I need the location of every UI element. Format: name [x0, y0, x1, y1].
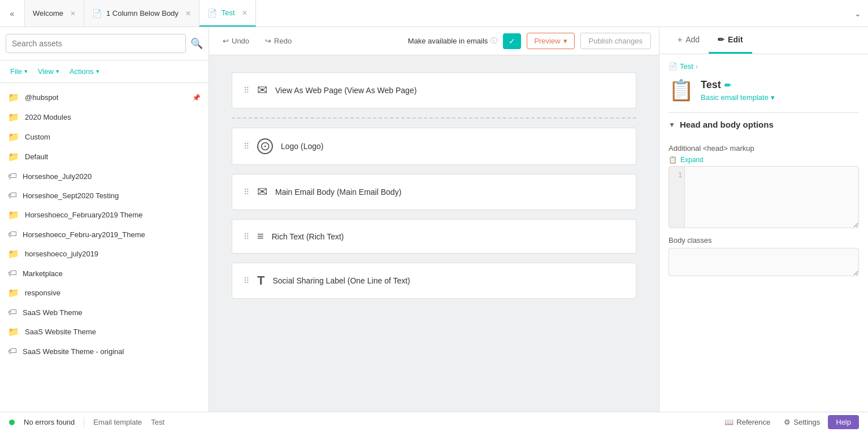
view-label: View — [38, 67, 54, 76]
drag-handle[interactable]: ⠿ — [244, 232, 249, 241]
info-icon: ⓘ — [491, 36, 497, 46]
folder-label: SaaS Website Theme - original — [23, 347, 201, 356]
canvas-area: ↩ Undo ↪ Redo Make available in emails ⓘ… — [209, 27, 659, 412]
folder-horseshoeco-july[interactable]: 📁 horseshoeco_july2019 — [0, 244, 209, 264]
preview-button[interactable]: Preview ▾ — [527, 33, 574, 49]
undo-icon: ↩ — [223, 37, 229, 45]
1col-tab-close[interactable]: ✕ — [185, 10, 191, 18]
module-rich-text[interactable]: ⠿ ≡ Rich Text (Rich Text) — [232, 219, 636, 254]
tab-1col[interactable]: 📄 1 Column Below Body ✕ — [84, 0, 199, 27]
add-icon: + — [678, 35, 682, 44]
actions-menu-button[interactable]: Actions ▾ — [66, 65, 103, 78]
right-panel: + Add ✏ Edit 📄 Test › 📋 Test ✏ — [659, 27, 868, 412]
body-classes-input[interactable] — [669, 248, 859, 276]
redo-button[interactable]: ↪ Redo — [259, 34, 297, 48]
folder-icon: 📁 — [8, 210, 19, 220]
module-social[interactable]: ⠿ T Social Sharing Label (One Line of Te… — [232, 263, 636, 299]
drag-handle[interactable]: ⠿ — [244, 86, 249, 95]
tab-add-area: ⌄ — [256, 0, 868, 27]
module-logo[interactable]: ⠿ ⊙ Logo (Logo) — [232, 128, 636, 165]
tab-collapse-button[interactable]: « — [0, 0, 25, 27]
type-chevron: ▾ — [771, 93, 775, 102]
undo-button[interactable]: ↩ Undo — [217, 34, 255, 48]
folder-default[interactable]: 📁 Default — [0, 147, 209, 167]
folder-label: Horseshoeco_February2019 Theme — [25, 211, 201, 219]
folder-hubspot[interactable]: 📁 @hubspot 📌 — [0, 88, 209, 107]
1col-tab-icon: 📄 — [92, 9, 102, 18]
divider — [232, 117, 636, 119]
drag-handle[interactable]: ⠿ — [244, 187, 249, 197]
breadcrumb[interactable]: 📄 Test › — [669, 62, 859, 71]
drag-handle[interactable]: ⠿ — [244, 142, 249, 151]
folder-label: 2020 Modules — [25, 113, 201, 121]
folder-label: SaaS Web Theme — [23, 308, 201, 317]
tab-welcome[interactable]: Welcome ✕ — [25, 0, 84, 27]
welcome-tab-label: Welcome — [33, 9, 63, 18]
folder-saas-original[interactable]: 🏷 SaaS Website Theme - original — [0, 342, 209, 361]
code-editor[interactable]: 1 — [669, 166, 859, 228]
preview-label: Preview — [534, 37, 560, 45]
folder-custom[interactable]: 📁 Custom — [0, 127, 209, 147]
module-icon: ✉ — [257, 83, 267, 98]
welcome-tab-close[interactable]: ✕ — [70, 10, 76, 18]
undo-label: Undo — [232, 37, 249, 45]
tab-add[interactable]: + Add — [669, 27, 709, 54]
expand-link[interactable]: Expand — [680, 156, 704, 164]
test-tab-close[interactable]: ✕ — [242, 9, 248, 17]
code-content[interactable] — [685, 167, 858, 228]
canvas-right-controls: Make available in emails ⓘ ✓ Preview ▾ P… — [408, 33, 651, 49]
help-button[interactable]: Help — [828, 415, 859, 429]
reference-label: Reference — [736, 418, 770, 426]
folder-saas-web[interactable]: 🏷 SaaS Web Theme — [0, 303, 209, 322]
file-menu-button[interactable]: File ▾ — [7, 65, 31, 78]
add-label: Add — [685, 35, 700, 44]
tab-test[interactable]: 📄 Test ✕ — [199, 0, 256, 27]
reference-button[interactable]: 📖 Reference — [719, 416, 776, 429]
publish-button[interactable]: Publish changes — [580, 33, 651, 49]
tag-icon: 🏷 — [8, 268, 17, 278]
section-chevron: ▼ — [669, 121, 675, 129]
tag-icon: 🏷 — [8, 307, 17, 317]
line-numbers: 1 — [669, 167, 685, 228]
search-button[interactable]: 🔍 — [190, 37, 203, 50]
folder-icon: 📁 — [8, 92, 19, 103]
module-main-body[interactable]: ⠿ ✉ Main Email Body (Main Email Body) — [232, 174, 636, 210]
folder-icon: 📁 — [8, 112, 19, 123]
tab-overflow-chevron[interactable]: ⌄ — [854, 9, 861, 18]
tab-edit[interactable]: ✏ Edit — [709, 27, 752, 54]
folder-saas-website[interactable]: 📁 SaaS Website Theme — [0, 322, 209, 342]
code-toolbar: 📋 Expand — [669, 156, 859, 164]
module-icon: T — [257, 273, 264, 288]
actions-label: Actions — [70, 67, 94, 76]
view-menu-button[interactable]: View ▾ — [34, 65, 63, 78]
test-tag: Test — [151, 418, 164, 426]
toggle-available-button[interactable]: ✓ — [503, 33, 521, 49]
file-icon: 📄 — [669, 62, 678, 71]
template-type-tag: Email template — [93, 418, 142, 426]
status-divider — [84, 417, 84, 427]
section-head-body[interactable]: ▼ Head and body options — [669, 112, 859, 136]
module-label: Logo (Logo) — [281, 142, 324, 151]
file-chevron: ▾ — [24, 68, 28, 75]
tag-icon: 🏷 — [8, 229, 17, 239]
drag-handle[interactable]: ⠿ — [244, 276, 249, 285]
1col-tab-label: 1 Column Below Body — [106, 9, 179, 18]
folder-icon: 📁 — [8, 287, 19, 298]
folder-marketplace[interactable]: 🏷 Marketplace — [0, 264, 209, 283]
canvas-scroll[interactable]: ⠿ ✉ View As Web Page (View As Web Page) … — [209, 55, 659, 412]
folder-horseshoe-july[interactable]: 🏷 Horseshoe_July2020 — [0, 167, 209, 186]
folder-horseshoeco-feb[interactable]: 📁 Horseshoeco_February2019 Theme — [0, 205, 209, 225]
settings-button[interactable]: ⚙ Settings — [778, 416, 826, 429]
module-view-web[interactable]: ⠿ ✉ View As Web Page (View As Web Page) — [232, 72, 636, 108]
folder-list: 📁 @hubspot 📌 📁 2020 Modules 📁 Custom 📁 D… — [0, 83, 209, 412]
folder-icon: 📁 — [8, 132, 19, 142]
folder-responsive[interactable]: 📁 responsive — [0, 283, 209, 303]
folder-horseshoe-sept[interactable]: 🏷 Horseshoe_Sept2020 Testing — [0, 186, 209, 205]
template-edit-icon[interactable]: ✏ — [724, 81, 731, 90]
folder-horseshoeco-feb-theme[interactable]: 🏷 Horseshoeco_Febru-ary2019_Theme — [0, 225, 209, 244]
search-input[interactable] — [6, 34, 186, 53]
folder-2020[interactable]: 📁 2020 Modules — [0, 107, 209, 127]
line-number: 1 — [671, 171, 682, 179]
template-type[interactable]: Basic email template ▾ — [701, 93, 775, 102]
panel-tabs: + Add ✏ Edit — [659, 27, 868, 54]
